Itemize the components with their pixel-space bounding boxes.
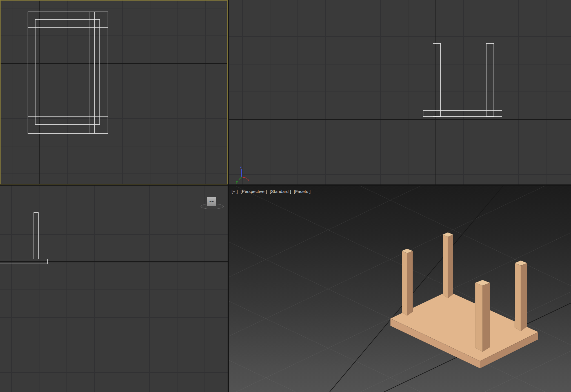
axis-tripod: z y x bbox=[236, 165, 249, 184]
viewport-front-view[interactable]: z y x bbox=[229, 0, 571, 184]
leg-west-face-left bbox=[402, 251, 407, 316]
tripod-y-label: y bbox=[236, 180, 238, 184]
leg-back-face-left bbox=[443, 235, 448, 298]
viewport-renderer-menu[interactable]: [Standard ] bbox=[270, 189, 291, 194]
front-view-wireframe: z y x bbox=[229, 0, 571, 184]
table-wireframe-top-view[interactable] bbox=[28, 12, 108, 133]
viewport-perspective[interactable]: [+ ] [Perspective ] [Standard ] [Facets … bbox=[229, 186, 571, 392]
tripod-x-label: x bbox=[247, 178, 249, 182]
viewport-options-button[interactable]: [+ ] bbox=[232, 189, 238, 194]
leg-back-face-right bbox=[448, 235, 453, 298]
leg-east-face-left bbox=[515, 263, 521, 331]
leg-front-face-right bbox=[483, 283, 490, 352]
table-wireframe-front-view[interactable] bbox=[423, 43, 502, 117]
viewport-canvas: { "perspective_header": { "expand": "[+ … bbox=[0, 0, 571, 392]
table-3d-object[interactable] bbox=[390, 232, 538, 368]
top-view-wireframe bbox=[1, 1, 228, 184]
viewport-top-view[interactable] bbox=[0, 0, 228, 184]
viewport-left-view[interactable]: LEFT bbox=[0, 186, 228, 392]
viewport-view-menu[interactable]: [Perspective ] bbox=[241, 189, 267, 194]
viewcube-face-label: LEFT bbox=[209, 201, 214, 202]
leg-front-face-left bbox=[475, 283, 483, 352]
viewcube[interactable]: LEFT bbox=[207, 197, 216, 206]
left-view-wireframe bbox=[0, 186, 228, 392]
perspective-header: [+ ] [Perspective ] [Standard ] [Facets … bbox=[232, 189, 311, 194]
leg-east-face-right bbox=[521, 263, 527, 331]
table-wireframe-left-view[interactable] bbox=[0, 213, 47, 264]
perspective-scene bbox=[229, 186, 571, 392]
leg-west-face-right bbox=[407, 251, 413, 316]
viewport-shading-menu[interactable]: [Facets ] bbox=[294, 189, 310, 194]
tripod-z-label: z bbox=[240, 165, 242, 169]
